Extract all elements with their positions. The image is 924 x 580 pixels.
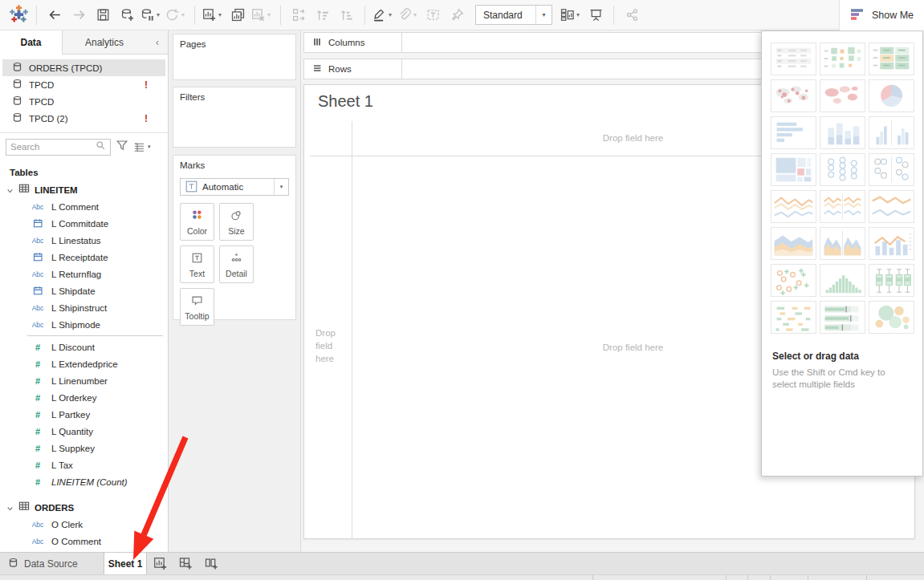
field-l-suppkey[interactable]: #L Suppkey	[0, 440, 168, 456]
status-bar-divider	[747, 575, 748, 580]
field-l-extendedprice[interactable]: #L Extendedprice	[0, 355, 168, 372]
showme-scatter-plot[interactable]	[771, 264, 816, 297]
field-l-shipdate[interactable]: L Shipdate	[0, 282, 168, 299]
showme-stacked-bars[interactable]	[820, 116, 865, 149]
field-lineitem-count-[interactable]: #LINEITEM (Count)	[0, 473, 168, 490]
field-l-tax[interactable]: #L Tax	[0, 456, 168, 473]
field-label: L Returnflag	[51, 270, 101, 279]
tooltip-button[interactable]: Tooltip	[180, 288, 214, 326]
showme-packed-bubbles[interactable]	[869, 301, 914, 334]
datasource-item[interactable]: TPCD!	[2, 76, 165, 93]
field-l-shipmode[interactable]: AbcL Shipmode	[0, 316, 168, 333]
show-mark-labels-button[interactable]	[421, 3, 444, 27]
table-icon	[18, 501, 30, 515]
new-story-tab-button[interactable]	[198, 553, 224, 574]
number-icon: #	[29, 376, 47, 386]
new-worksheet-button[interactable]: ▾	[201, 3, 225, 27]
field-label: O Clerk	[51, 520, 83, 529]
show-me-button[interactable]: Show Me	[839, 0, 924, 30]
sort-ascending-button[interactable]	[311, 3, 334, 27]
search-input[interactable]: Search	[6, 139, 111, 156]
field-l-linestatus[interactable]: AbcL Linestatus	[0, 232, 168, 249]
showme-area-discrete[interactable]	[820, 227, 865, 260]
field-l-returnflag[interactable]: AbcL Returnflag	[0, 266, 168, 282]
showme-bullet-graph[interactable]	[820, 301, 865, 334]
color-button[interactable]: Color	[180, 203, 214, 241]
pages-shelf[interactable]: Pages	[173, 34, 296, 80]
save-button[interactable]	[92, 3, 114, 27]
chevron-down-icon: ▾	[267, 11, 274, 18]
collapse-pane-icon[interactable]: ‹	[147, 30, 168, 54]
showme-dual-lines[interactable]	[869, 190, 914, 223]
new-datasource-button[interactable]	[116, 3, 138, 27]
clear-sheet-button[interactable]: ▾	[250, 3, 274, 27]
filter-fields-icon[interactable]	[116, 139, 128, 155]
field-l-comment[interactable]: AbcL Comment	[0, 198, 168, 215]
showme-heat-map[interactable]	[820, 43, 865, 75]
detail-button[interactable]: Detail	[219, 245, 254, 283]
showme-gantt[interactable]	[771, 301, 816, 334]
showme-lines-continuous[interactable]	[771, 190, 816, 223]
showme-filled-map[interactable]	[820, 79, 865, 112]
drop-field-rows-hint[interactable]: Drop field here	[315, 327, 346, 365]
swap-rows-columns-button[interactable]	[287, 3, 310, 27]
size-button[interactable]: Size	[219, 203, 254, 241]
pause-auto-updates-button[interactable]: ▾	[140, 3, 163, 27]
show-hide-cards-button[interactable]: ▾	[560, 3, 583, 27]
chevron-down-icon: ▾	[576, 11, 583, 18]
tab-sheet-1[interactable]: Sheet 1	[104, 553, 147, 574]
share-button[interactable]	[621, 3, 643, 27]
field-l-discount[interactable]: #L Discount	[0, 339, 168, 355]
showme-area-continuous[interactable]	[771, 227, 816, 260]
showme-dual-combination[interactable]	[869, 227, 914, 260]
fix-axes-button[interactable]	[446, 3, 468, 27]
showme-horizontal-bars[interactable]	[771, 116, 816, 149]
showme-side-by-side-circles[interactable]	[869, 153, 914, 186]
field-l-partkey[interactable]: #L Partkey	[0, 406, 168, 423]
showme-side-by-side-bars[interactable]	[869, 116, 914, 149]
field-o-comment[interactable]: AbcO Comment	[0, 533, 168, 550]
field-l-linenumber[interactable]: #L Linenumber	[0, 372, 168, 389]
tab-data-source[interactable]: Data Source	[0, 553, 104, 574]
new-worksheet-tab-button[interactable]	[147, 553, 173, 574]
view-as-icon[interactable]: ▾	[133, 141, 151, 153]
mark-type-selector[interactable]: Automatic ▾	[180, 178, 289, 196]
group-members-button[interactable]: ▾	[397, 3, 420, 27]
showme-text-table[interactable]	[771, 43, 816, 75]
showme-pie-chart[interactable]	[869, 79, 914, 112]
showme-box-and-whisker[interactable]	[869, 264, 914, 297]
presentation-mode-button[interactable]	[584, 3, 607, 27]
datasource-item[interactable]: TPCD	[2, 93, 165, 110]
back-button[interactable]	[43, 3, 66, 27]
sort-descending-button[interactable]	[336, 3, 358, 27]
new-dashboard-tab-button[interactable]	[173, 553, 198, 574]
field-o-clerk[interactable]: AbcO Clerk	[0, 516, 168, 533]
field-label: L Extendedprice	[51, 359, 118, 369]
forward-button[interactable]	[67, 3, 90, 27]
table-group-orders[interactable]: ORDERS	[0, 499, 168, 516]
showme-symbol-map[interactable]	[771, 79, 816, 112]
run-update-button[interactable]: ▾	[165, 3, 188, 27]
datasource-icon	[12, 79, 22, 91]
tab-data[interactable]: Data	[0, 30, 63, 55]
showme-histogram[interactable]	[820, 264, 865, 297]
text-button[interactable]: Text	[180, 245, 214, 283]
tab-analytics[interactable]: Analytics	[63, 30, 146, 54]
field-l-orderkey[interactable]: #L Orderkey	[0, 389, 168, 406]
showme-treemap[interactable]	[771, 153, 816, 186]
showme-lines-discrete[interactable]	[820, 190, 865, 223]
field-l-quantity[interactable]: #L Quantity	[0, 423, 168, 440]
datasource-item[interactable]: TPCD (2)!	[2, 110, 165, 127]
field-l-shipinstruct[interactable]: AbcL Shipinstruct	[0, 299, 168, 316]
field-l-commitdate[interactable]: L Commitdate	[0, 215, 168, 232]
showme-highlight-table[interactable]	[869, 43, 914, 75]
highlight-button[interactable]: ▾	[372, 3, 395, 27]
field-l-receiptdate[interactable]: L Receiptdate	[0, 249, 168, 266]
fit-selector[interactable]: Standard▾	[475, 5, 552, 25]
showme-circle-views[interactable]	[820, 153, 865, 186]
duplicate-button[interactable]	[226, 3, 249, 27]
filters-shelf[interactable]: Filters	[173, 87, 296, 148]
table-group-lineitem[interactable]: LINEITEM	[0, 181, 168, 198]
mark-buttons: ColorSizeTextDetailTooltip	[173, 196, 295, 333]
datasource-item[interactable]: ORDERS (TPCD)	[2, 59, 165, 76]
